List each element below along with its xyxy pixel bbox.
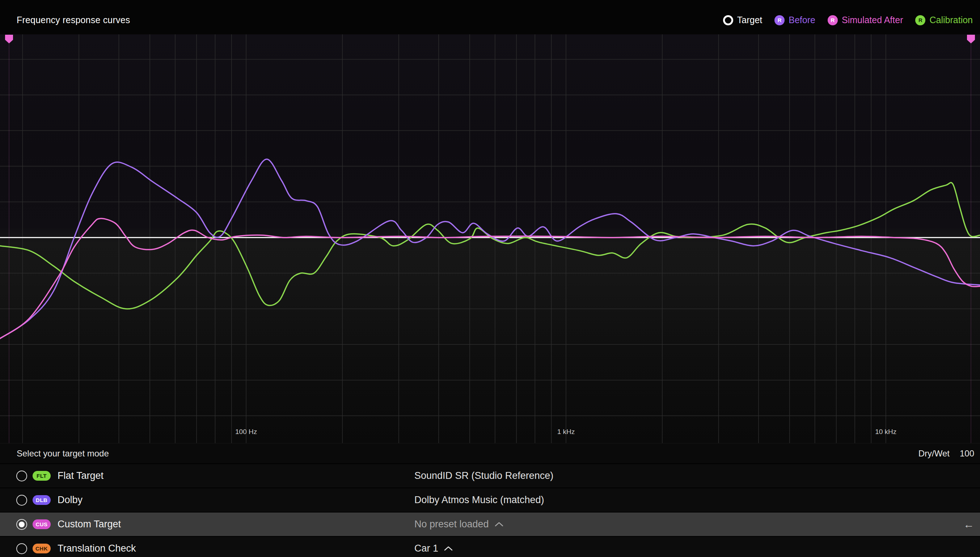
- mode-badge: DLB: [33, 495, 51, 505]
- preset-selector[interactable]: Car 1: [414, 543, 453, 554]
- curve-calibration: [0, 182, 980, 309]
- eq-edge-handle[interactable]: [967, 35, 975, 43]
- target-mode-row-flat-target[interactable]: FLT Flat Target SoundID SR (Studio Refer…: [0, 463, 980, 487]
- legend-item-before[interactable]: R Before: [775, 15, 815, 25]
- eq-edge-handle[interactable]: [5, 35, 13, 43]
- curve-after: [0, 218, 980, 339]
- freq-tick-label: 100 Hz: [235, 428, 257, 435]
- target-circle-icon: [723, 15, 733, 25]
- mode-label: Translation Check: [57, 543, 136, 554]
- dry-wet-label: Dry/Wet: [918, 448, 950, 459]
- radio-button[interactable]: [16, 495, 27, 506]
- curve-legend: Target R Before R Simulated After R Cali…: [723, 15, 973, 25]
- mode-label: Dolby: [57, 494, 83, 506]
- dry-wet-value[interactable]: 100: [960, 448, 974, 459]
- legend-label-target: Target: [737, 15, 762, 25]
- radio-button[interactable]: [16, 519, 27, 530]
- radio-button[interactable]: [16, 471, 27, 481]
- mode-label: Custom Target: [57, 519, 121, 530]
- legend-item-simulated-after[interactable]: R Simulated After: [828, 15, 903, 25]
- preset-text: No preset loaded: [414, 519, 489, 530]
- chevron-up-icon[interactable]: [444, 546, 453, 551]
- mode-badge: CHK: [33, 544, 51, 554]
- preset-value: Dolby Atmos Music (matched): [414, 494, 544, 506]
- legend-item-target[interactable]: Target: [723, 15, 762, 25]
- page-title: Frequency response curves: [17, 15, 130, 25]
- target-mode-heading: Select your target mode: [17, 448, 109, 459]
- freq-tick-label: 1 kHz: [557, 428, 575, 435]
- app-root: Frequency response curves Target R Befor…: [0, 0, 980, 557]
- legend-item-calibration[interactable]: R Calibration: [915, 15, 973, 25]
- target-mode-row-custom-target[interactable]: CUS Custom Target No preset loaded ←: [0, 512, 980, 536]
- frequency-response-chart: 100 Hz1 kHz10 kHz: [0, 34, 980, 443]
- dry-wet-control[interactable]: Dry/Wet 100: [918, 448, 974, 459]
- target-mode-row-dolby[interactable]: DLB Dolby Dolby Atmos Music (matched): [0, 487, 980, 512]
- header-bar: Frequency response curves Target R Befor…: [0, 0, 980, 34]
- target-mode-list: FLT Flat Target SoundID SR (Studio Refer…: [0, 463, 980, 557]
- radio-button[interactable]: [16, 543, 27, 554]
- legend-label-before: Before: [789, 15, 815, 25]
- legend-label-calibration: Calibration: [929, 15, 973, 25]
- chevron-up-icon[interactable]: [494, 521, 504, 527]
- mode-badge: FLT: [33, 471, 51, 481]
- chart-canvas: 100 Hz1 kHz10 kHz: [0, 34, 980, 443]
- preset-text: SoundID SR (Studio Reference): [414, 470, 553, 481]
- simulated-after-r-badge-icon: R: [828, 15, 838, 25]
- target-mode-toolbar: Select your target mode Dry/Wet 100: [0, 443, 980, 463]
- mode-badge: CUS: [33, 520, 51, 529]
- preset-text: Car 1: [414, 543, 438, 554]
- curve-before: [0, 159, 980, 339]
- preset-selector[interactable]: No preset loaded: [414, 519, 504, 530]
- freq-tick-label: 10 kHz: [875, 428, 897, 435]
- mode-label: Flat Target: [57, 470, 103, 481]
- before-r-badge-icon: R: [775, 15, 784, 25]
- preset-value: SoundID SR (Studio Reference): [414, 470, 553, 481]
- collapse-left-arrow-icon[interactable]: ←: [963, 519, 974, 530]
- calibration-r-badge-icon: R: [915, 15, 925, 25]
- target-mode-row-translation-check[interactable]: CHK Translation Check Car 1: [0, 536, 980, 557]
- preset-text: Dolby Atmos Music (matched): [414, 494, 544, 506]
- legend-label-simulated-after: Simulated After: [842, 15, 903, 25]
